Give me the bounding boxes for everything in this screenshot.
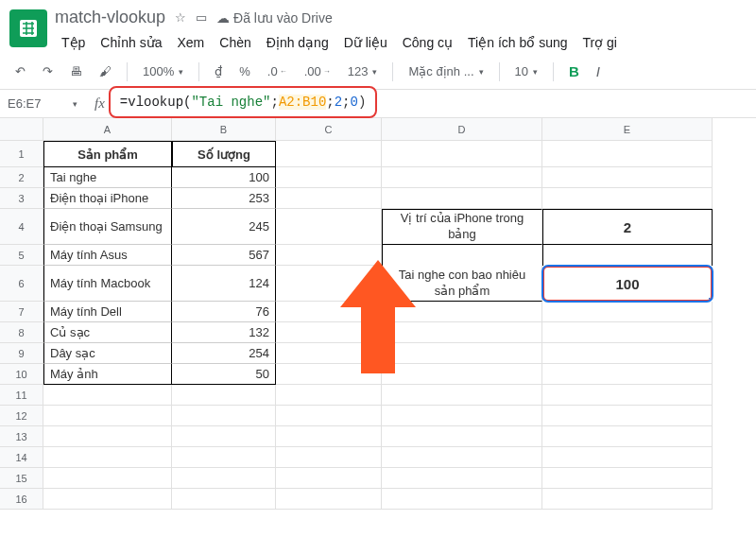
cell[interactable]: 132	[172, 322, 276, 343]
cell[interactable]	[382, 322, 542, 343]
star-icon[interactable]: ☆	[175, 10, 186, 26]
cell[interactable]: 245	[172, 209, 276, 245]
currency-button[interactable]: ₫	[209, 61, 228, 82]
cell[interactable]	[542, 245, 713, 266]
row-header[interactable]: 1	[0, 141, 43, 167]
cell[interactable]	[43, 447, 172, 468]
cell[interactable]	[542, 406, 713, 426]
bold-button[interactable]: B	[563, 60, 585, 83]
cell[interactable]	[276, 245, 382, 266]
cell[interactable]: 76	[172, 302, 276, 322]
font-select[interactable]: Mặc định ...	[403, 61, 489, 82]
cell[interactable]: Máy tính Asus	[43, 245, 172, 266]
col-header-D[interactable]: D	[382, 118, 542, 141]
cell[interactable]	[172, 426, 276, 447]
cell[interactable]: Điện thoại Samsung	[43, 209, 172, 245]
zoom-select[interactable]: 100%	[137, 61, 189, 82]
cell[interactable]	[276, 302, 382, 322]
cell[interactable]	[276, 167, 382, 188]
row-header[interactable]: 7	[0, 302, 43, 322]
row-header[interactable]: 2	[0, 167, 43, 188]
col-header-B[interactable]: B	[172, 118, 276, 141]
cell[interactable]	[276, 343, 382, 364]
cell[interactable]	[276, 426, 382, 447]
menu-data[interactable]: Dữ liệu	[337, 31, 394, 54]
cell[interactable]: Máy tính Macbook	[43, 266, 172, 302]
menu-addons[interactable]: Tiện ích bổ sung	[461, 31, 574, 54]
row-header[interactable]: 12	[0, 406, 43, 426]
cell[interactable]	[276, 385, 382, 406]
cell[interactable]	[542, 489, 713, 510]
percent-button[interactable]: %	[233, 61, 256, 82]
menu-format[interactable]: Định dạng	[260, 31, 335, 54]
cell[interactable]: 50	[172, 364, 276, 385]
cell[interactable]	[382, 302, 542, 322]
row-header[interactable]: 11	[0, 385, 43, 406]
cell[interactable]	[43, 385, 172, 406]
cell[interactable]	[542, 141, 713, 167]
italic-button[interactable]: I	[591, 60, 606, 83]
col-header-C[interactable]: C	[276, 118, 382, 141]
print-button[interactable]: 🖶	[64, 61, 88, 82]
cell[interactable]	[172, 447, 276, 468]
cell[interactable]: Tai nghe	[43, 167, 172, 188]
menu-file[interactable]: Tệp	[55, 31, 92, 54]
cell[interactable]	[172, 489, 276, 510]
cell[interactable]: 2	[542, 209, 713, 245]
decimal-decrease-button[interactable]: .0←	[262, 61, 293, 82]
cell[interactable]: Củ sạc	[43, 322, 172, 343]
cell[interactable]: Máy ảnh	[43, 364, 172, 385]
row-header[interactable]: 4	[0, 209, 43, 245]
cell[interactable]	[382, 141, 542, 167]
row-header[interactable]: 5	[0, 245, 43, 266]
cell[interactable]	[172, 385, 276, 406]
cell[interactable]: 253	[172, 188, 276, 209]
cell[interactable]: Tai nghe con bao nhiêu sản phẩm	[382, 266, 542, 302]
cell[interactable]	[43, 426, 172, 447]
cell[interactable]: 254	[172, 343, 276, 364]
row-header[interactable]: 8	[0, 322, 43, 343]
cell[interactable]	[43, 489, 172, 510]
cell[interactable]	[43, 468, 172, 489]
cell[interactable]	[382, 245, 542, 266]
cell[interactable]	[542, 447, 713, 468]
cell[interactable]	[382, 364, 542, 385]
cell[interactable]: Vị trí của iPhone trong bảng	[382, 209, 542, 245]
cell[interactable]	[542, 468, 713, 489]
cell[interactable]: Dây sạc	[43, 343, 172, 364]
cell[interactable]	[382, 343, 542, 364]
number-format-select[interactable]: 123	[342, 61, 384, 82]
cell[interactable]	[382, 406, 542, 426]
sheets-logo-icon[interactable]	[9, 9, 47, 47]
cell[interactable]	[276, 266, 382, 302]
cell[interactable]	[43, 406, 172, 426]
cell[interactable]: 100	[172, 167, 276, 188]
cell[interactable]	[382, 385, 542, 406]
cell[interactable]: Máy tính Dell	[43, 302, 172, 322]
cell[interactable]	[276, 364, 382, 385]
select-all-corner[interactable]	[0, 118, 43, 141]
name-box[interactable]: E6:E7▾	[0, 96, 85, 111]
cell[interactable]	[276, 209, 382, 245]
cell[interactable]: Sản phẩm	[43, 141, 172, 167]
saved-status[interactable]: ☁Đã lưu vào Drive	[216, 10, 333, 26]
cell[interactable]: Số lượng	[172, 141, 276, 167]
cell[interactable]	[276, 406, 382, 426]
cell[interactable]	[542, 188, 713, 209]
cell[interactable]	[382, 447, 542, 468]
document-title[interactable]: match-vlookup	[55, 8, 165, 27]
cell[interactable]	[172, 406, 276, 426]
cell[interactable]: 567	[172, 245, 276, 266]
menu-tools[interactable]: Công cụ	[396, 31, 459, 54]
selected-cell[interactable]: 100	[542, 266, 713, 302]
row-header[interactable]: 15	[0, 468, 43, 489]
col-header-A[interactable]: A	[43, 118, 172, 141]
row-header[interactable]: 16	[0, 489, 43, 510]
cell[interactable]	[542, 385, 713, 406]
cell[interactable]	[172, 468, 276, 489]
cell[interactable]	[542, 167, 713, 188]
cell[interactable]	[542, 343, 713, 364]
row-header[interactable]: 13	[0, 426, 43, 447]
cell[interactable]	[382, 468, 542, 489]
formula-input[interactable]: =vlookup("Tai nghe";A2:B10;2;0)	[109, 86, 378, 118]
